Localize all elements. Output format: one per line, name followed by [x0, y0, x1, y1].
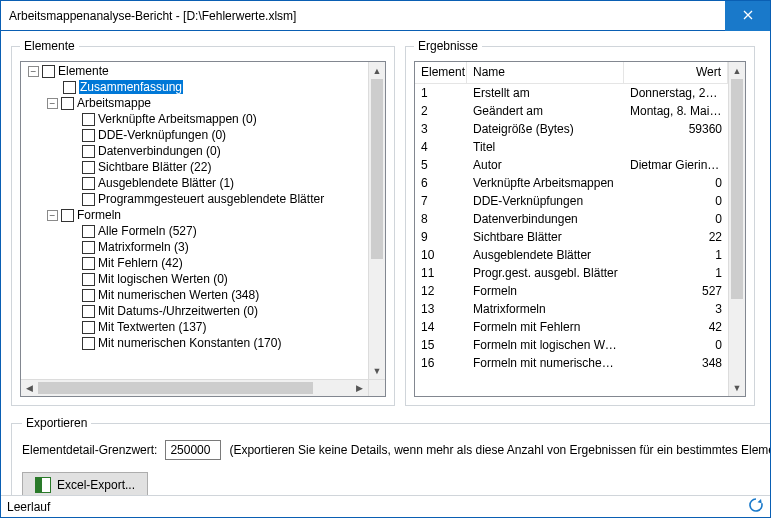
- scroll-thumb[interactable]: [371, 79, 383, 259]
- tree-expander-icon[interactable]: −: [28, 66, 39, 77]
- tree-checkbox[interactable]: [82, 161, 95, 174]
- table-row[interactable]: 15Formeln mit logischen Werten0: [415, 336, 728, 354]
- tree-checkbox[interactable]: [82, 321, 95, 334]
- tree-checkbox[interactable]: [82, 289, 95, 302]
- table-row[interactable]: 11Progr.gest. ausgebl. Blätter1: [415, 264, 728, 282]
- scroll-left-icon[interactable]: ◀: [21, 380, 38, 396]
- table-row[interactable]: 12Formeln527: [415, 282, 728, 300]
- table-row[interactable]: 2Geändert amMontag, 8. Mai ...: [415, 102, 728, 120]
- tree-checkbox[interactable]: [63, 81, 76, 94]
- tree-item[interactable]: Mit logischen Werten (0): [21, 271, 368, 287]
- table-row[interactable]: 7DDE-Verknüpfungen0: [415, 192, 728, 210]
- cell-element: 14: [415, 320, 467, 334]
- table-row[interactable]: 14Formeln mit Fehlern42: [415, 318, 728, 336]
- cell-name: Formeln mit logischen Werten: [467, 338, 624, 352]
- tree-checkbox[interactable]: [61, 97, 74, 110]
- tree-checkbox[interactable]: [82, 177, 95, 190]
- cell-value: 348: [624, 356, 728, 370]
- tree-item[interactable]: DDE-Verknüpfungen (0): [21, 127, 368, 143]
- scroll-down-icon[interactable]: ▼: [729, 379, 745, 396]
- tree-checkbox[interactable]: [42, 65, 55, 78]
- elements-panel: Elemente −ElementeZusammenfassung−Arbeit…: [11, 39, 395, 406]
- tree-checkbox[interactable]: [82, 241, 95, 254]
- table-row[interactable]: 6Verknüpfte Arbeitsmappen0: [415, 174, 728, 192]
- status-bar: Leerlauf: [1, 495, 770, 517]
- tree-item[interactable]: Mit Datums-/Uhrzeitwerten (0): [21, 303, 368, 319]
- tree-checkbox[interactable]: [82, 337, 95, 350]
- tree-expander-icon[interactable]: −: [47, 210, 58, 221]
- cell-name: Ausgeblendete Blätter: [467, 248, 624, 262]
- scroll-thumb[interactable]: [731, 79, 743, 299]
- tree-item[interactable]: Mit numerischen Konstanten (170): [21, 335, 368, 351]
- tree-checkbox[interactable]: [82, 129, 95, 142]
- cell-element: 2: [415, 104, 467, 118]
- table-row[interactable]: 4Titel: [415, 138, 728, 156]
- tree-checkbox[interactable]: [82, 145, 95, 158]
- scroll-thumb[interactable]: [38, 382, 313, 394]
- cell-name: Sichtbare Blätter: [467, 230, 624, 244]
- tree-item-label: Matrixformeln (3): [98, 240, 189, 254]
- column-header-value[interactable]: Wert: [624, 62, 728, 83]
- limit-input[interactable]: [165, 440, 221, 460]
- table-row[interactable]: 16Formeln mit numerischen Werten348: [415, 354, 728, 372]
- tree-item[interactable]: Ausgeblendete Blätter (1): [21, 175, 368, 191]
- tree-item[interactable]: Mit Textwerten (137): [21, 319, 368, 335]
- results-vertical-scrollbar[interactable]: ▲ ▼: [728, 62, 745, 396]
- tree-vertical-scrollbar[interactable]: ▲ ▼: [368, 62, 385, 379]
- tree-item[interactable]: Alle Formeln (527): [21, 223, 368, 239]
- tree-item[interactable]: Mit Fehlern (42): [21, 255, 368, 271]
- cell-element: 6: [415, 176, 467, 190]
- tree-horizontal-scrollbar[interactable]: ◀ ▶: [21, 379, 368, 396]
- scroll-down-icon[interactable]: ▼: [369, 362, 385, 379]
- tree-expander-icon[interactable]: −: [47, 98, 58, 109]
- cell-value: 1: [624, 248, 728, 262]
- cell-element: 15: [415, 338, 467, 352]
- table-row[interactable]: 10Ausgeblendete Blätter1: [415, 246, 728, 264]
- column-header-name[interactable]: Name: [467, 62, 624, 83]
- tree-checkbox[interactable]: [61, 209, 74, 222]
- tree-item[interactable]: −Elemente: [21, 63, 368, 79]
- tree-checkbox[interactable]: [82, 273, 95, 286]
- cell-element: 10: [415, 248, 467, 262]
- cell-value: Dietmar Gieringer: [624, 158, 728, 172]
- scroll-up-icon[interactable]: ▲: [729, 62, 745, 79]
- column-header-element[interactable]: Element: [415, 62, 467, 83]
- tree-item[interactable]: −Formeln: [21, 207, 368, 223]
- table-row[interactable]: 8Datenverbindungen0: [415, 210, 728, 228]
- table-row[interactable]: 3Dateigröße (Bytes)59360: [415, 120, 728, 138]
- excel-icon: [35, 477, 51, 493]
- tree-checkbox[interactable]: [82, 113, 95, 126]
- cell-name: DDE-Verknüpfungen: [467, 194, 624, 208]
- scroll-right-icon[interactable]: ▶: [351, 380, 368, 396]
- cell-name: Datenverbindungen: [467, 212, 624, 226]
- tree-checkbox[interactable]: [82, 305, 95, 318]
- tree-item-label: Ausgeblendete Blätter (1): [98, 176, 234, 190]
- tree-checkbox[interactable]: [82, 225, 95, 238]
- table-row[interactable]: 5AutorDietmar Gieringer: [415, 156, 728, 174]
- tree-item[interactable]: −Arbeitsmappe: [21, 95, 368, 111]
- tree-checkbox[interactable]: [82, 257, 95, 270]
- tree-checkbox[interactable]: [82, 193, 95, 206]
- results-panel: Ergebnisse Element Name Wert 1Erstellt a…: [405, 39, 755, 406]
- refresh-icon[interactable]: [748, 497, 764, 516]
- tree-item[interactable]: Mit numerischen Werten (348): [21, 287, 368, 303]
- elements-tree[interactable]: −ElementeZusammenfassung−ArbeitsmappeVer…: [20, 61, 386, 397]
- cell-value: 22: [624, 230, 728, 244]
- table-row[interactable]: 13Matrixformeln3: [415, 300, 728, 318]
- tree-item[interactable]: Zusammenfassung: [21, 79, 368, 95]
- tree-item[interactable]: Matrixformeln (3): [21, 239, 368, 255]
- cell-name: Autor: [467, 158, 624, 172]
- tree-item-label: Verknüpfte Arbeitsmappen (0): [98, 112, 257, 126]
- scroll-up-icon[interactable]: ▲: [369, 62, 385, 79]
- window-close-button[interactable]: [725, 1, 770, 31]
- tree-item[interactable]: Programmgesteuert ausgeblendete Blätter: [21, 191, 368, 207]
- tree-item[interactable]: Datenverbindungen (0): [21, 143, 368, 159]
- window-title: Arbeitsmappenanalyse-Bericht - [D:\Fehle…: [9, 9, 296, 23]
- table-row[interactable]: 1Erstellt amDonnerstag, 29....: [415, 84, 728, 102]
- tree-item[interactable]: Sichtbare Blätter (22): [21, 159, 368, 175]
- cell-element: 8: [415, 212, 467, 226]
- table-row[interactable]: 9Sichtbare Blätter22: [415, 228, 728, 246]
- results-grid[interactable]: Element Name Wert 1Erstellt amDonnerstag…: [414, 61, 746, 397]
- tree-item[interactable]: Verknüpfte Arbeitsmappen (0): [21, 111, 368, 127]
- cell-value: 59360: [624, 122, 728, 136]
